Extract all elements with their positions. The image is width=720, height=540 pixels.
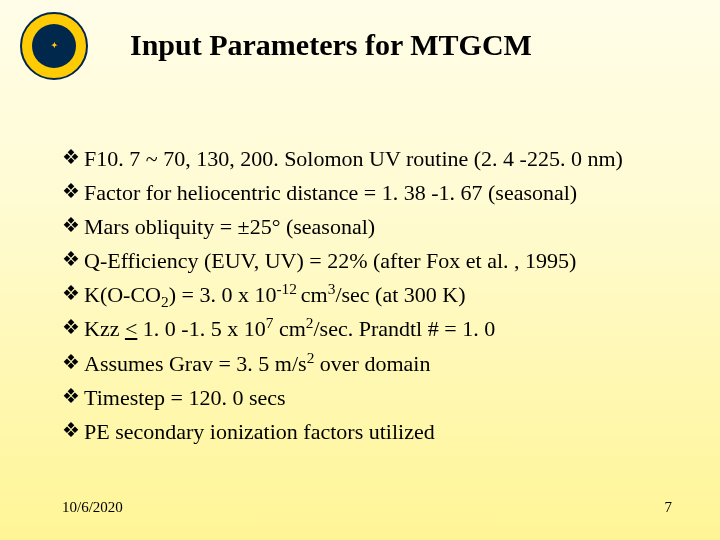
list-item: ❖ F10. 7 ~ 70, 130, 200. Solomon UV rout… [62,142,680,176]
slide-footer: 10/6/2020 7 [62,499,672,516]
list-item: ❖ Kzz < 1. 0 -1. 5 x 107 cm2/sec. Prandt… [62,312,680,346]
bullet-icon: ❖ [62,415,84,446]
bullet-list: ❖ F10. 7 ~ 70, 130, 200. Solomon UV rout… [62,142,680,449]
list-item: ❖ Timestep = 120. 0 secs [62,381,680,415]
bullet-text: Q-Efficiency (EUV, UV) = 22% (after Fox … [84,244,680,278]
bullet-text: K(O-CO2) = 3. 0 x 10-12 cm3/sec (at 300 … [84,278,680,312]
footer-page-number: 7 [665,499,673,516]
bullet-text: F10. 7 ~ 70, 130, 200. Solomon UV routin… [84,142,680,176]
university-seal-logo: ✦ [20,12,88,80]
list-item: ❖ PE secondary ionization factors utiliz… [62,415,680,449]
seal-inner-circle: ✦ [32,24,76,68]
bullet-text: Kzz < 1. 0 -1. 5 x 107 cm2/sec. Prandtl … [84,312,680,346]
bullet-icon: ❖ [62,244,84,275]
list-item: ❖ Assumes Grav = 3. 5 m/s2 over domain [62,347,680,381]
seal-emblem-icon: ✦ [51,42,58,50]
bullet-icon: ❖ [62,381,84,412]
bullet-icon: ❖ [62,176,84,207]
bullet-text: PE secondary ionization factors utilized [84,415,680,449]
bullet-text: Mars obliquity = ±25° (seasonal) [84,210,680,244]
slide: ✦ Input Parameters for MTGCM ❖ F10. 7 ~ … [0,0,720,540]
list-item: ❖ K(O-CO2) = 3. 0 x 10-12 cm3/sec (at 30… [62,278,680,312]
bullet-icon: ❖ [62,142,84,173]
bullet-text: Assumes Grav = 3. 5 m/s2 over domain [84,347,680,381]
slide-title: Input Parameters for MTGCM [130,28,680,62]
list-item: ❖ Mars obliquity = ±25° (seasonal) [62,210,680,244]
bullet-icon: ❖ [62,347,84,378]
bullet-icon: ❖ [62,278,84,309]
footer-date: 10/6/2020 [62,499,123,516]
seal-outer-ring: ✦ [20,12,88,80]
list-item: ❖ Q-Efficiency (EUV, UV) = 22% (after Fo… [62,244,680,278]
bullet-icon: ❖ [62,210,84,241]
bullet-text: Timestep = 120. 0 secs [84,381,680,415]
bullet-icon: ❖ [62,312,84,343]
bullet-text: Factor for heliocentric distance = 1. 38… [84,176,680,210]
list-item: ❖ Factor for heliocentric distance = 1. … [62,176,680,210]
